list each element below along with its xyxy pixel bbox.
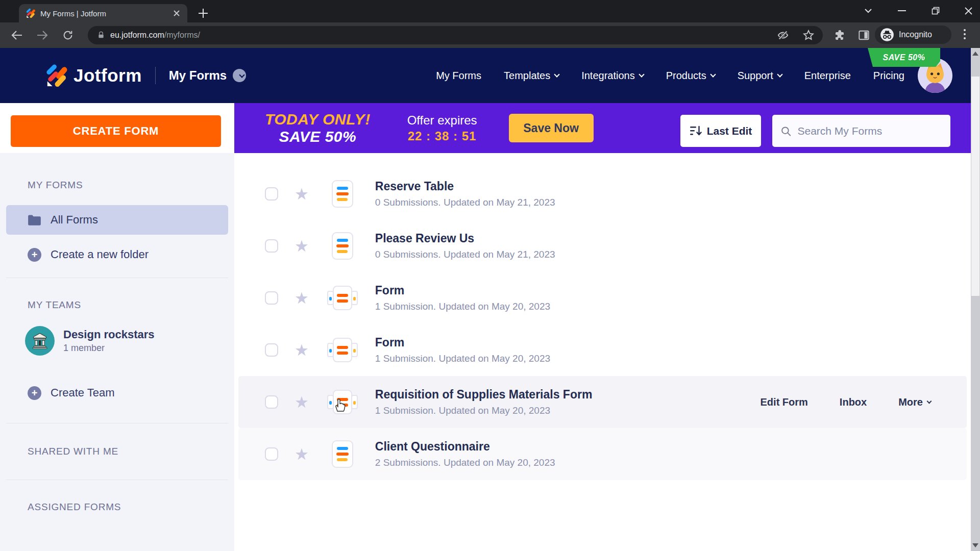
browser-menu-icon[interactable] (961, 28, 969, 42)
team-name: Design rockstars (63, 328, 155, 341)
close-window-button[interactable] (961, 3, 976, 18)
tab-close-icon[interactable] (172, 9, 181, 18)
workspace-switcher[interactable]: My Forms (169, 68, 246, 83)
incognito-badge[interactable]: Incognito (875, 26, 951, 44)
form-title[interactable]: Reserve Table (375, 180, 555, 193)
create-team-button[interactable]: + Create Team (6, 378, 228, 408)
tab-search-icon[interactable] (861, 3, 876, 18)
nav-item-templates[interactable]: Templates (504, 70, 559, 82)
bank-building-icon (31, 333, 48, 349)
favorite-star-icon[interactable]: ★ (295, 290, 309, 306)
form-row[interactable]: ★ Reserve Table 0 Submissions. Updated o… (238, 168, 967, 220)
form-meta: 1 Submission. Updated on May 20, 2023 (375, 353, 550, 364)
navbar-divider (155, 67, 156, 84)
team-item-design-rockstars[interactable]: Design rockstars 1 member (25, 326, 234, 356)
chevron-down-icon (554, 71, 560, 77)
form-meta: 0 Submissions. Updated on May 21, 2023 (375, 197, 555, 208)
all-forms-label: All Forms (51, 213, 98, 227)
form-title[interactable]: Form (375, 336, 550, 349)
minimize-button[interactable] (894, 3, 910, 18)
form-meta: 2 Submissions. Updated on May 20, 2023 (375, 457, 555, 468)
jotform-navbar: Jotform My Forms My Forms Templates Inte… (0, 48, 980, 103)
eye-off-icon[interactable] (777, 30, 789, 43)
team-avatar (25, 326, 55, 356)
create-form-button[interactable]: CREATE FORM (11, 115, 221, 147)
create-folder-button[interactable]: + Create a new folder (6, 240, 228, 269)
form-row[interactable]: ★ Client Questionnaire 2 Submissions. Up… (238, 428, 967, 480)
row-checkbox[interactable] (265, 395, 278, 409)
form-type-icon (327, 232, 358, 260)
more-button[interactable]: More (898, 396, 931, 408)
scroll-down-arrow[interactable] (971, 541, 980, 550)
favorite-star-icon[interactable]: ★ (295, 238, 309, 254)
form-row[interactable]: ★ Requisition of Supplies Materials Form… (238, 376, 967, 428)
edit-form-button[interactable]: Edit Form (761, 396, 808, 408)
form-type-icon (327, 336, 358, 364)
row-checkbox[interactable] (265, 291, 278, 305)
nav-item-my-forms[interactable]: My Forms (436, 70, 481, 82)
scroll-up-arrow[interactable] (971, 49, 980, 58)
back-button[interactable] (8, 27, 26, 44)
favorite-star-icon[interactable]: ★ (295, 342, 309, 358)
jotform-logo-text: Jotform (74, 65, 142, 86)
inbox-button[interactable]: Inbox (840, 396, 867, 408)
nav-item-products[interactable]: Products (666, 70, 715, 82)
sidebar-item-all-forms[interactable]: All Forms (6, 205, 228, 235)
jotform-logo[interactable]: Jotform (43, 64, 142, 88)
form-title[interactable]: Client Questionnaire (375, 440, 555, 454)
reload-button[interactable] (59, 27, 77, 44)
new-tab-button[interactable] (197, 7, 210, 20)
assigned-forms-header: ASSIGNED FORMS (28, 502, 234, 513)
promo-countdown: Offer expires 22 : 38 : 51 (407, 112, 477, 144)
nav-item-integrations[interactable]: Integrations (581, 70, 644, 82)
create-form-container: CREATE FORM (0, 103, 234, 153)
form-row[interactable]: ★ Please Review Us 0 Submissions. Update… (238, 220, 967, 272)
bookmark-star-icon[interactable] (802, 29, 815, 43)
promo-headline: TODAY ONLY! SAVE 50% (265, 111, 371, 146)
chevron-down-icon (639, 71, 644, 77)
shared-with-me-header: SHARED WITH ME (28, 446, 234, 457)
form-type-icon (327, 284, 358, 312)
search-box (772, 115, 950, 147)
form-meta: 1 Submission. Updated on May 20, 2023 (375, 405, 593, 416)
nav-item-enterprise[interactable]: Enterprise (804, 70, 851, 82)
favorite-star-icon[interactable]: ★ (295, 186, 309, 202)
form-row[interactable]: ★ Form 1 Submission. Updated on May 20, … (238, 272, 967, 324)
save-50-ribbon: SAVE 50% (868, 48, 940, 67)
address-bar[interactable]: eu.jotform.com/myforms/ (88, 26, 823, 44)
extensions-puzzle-icon[interactable] (833, 29, 845, 43)
favorite-star-icon[interactable]: ★ (295, 446, 309, 462)
row-checkbox[interactable] (265, 187, 278, 201)
app-window: My Forms | Jotform (0, 0, 980, 551)
nav-item-pricing[interactable]: Pricing (873, 70, 904, 82)
scrollbar[interactable] (971, 48, 980, 551)
navbar-links: My Forms Templates Integrations Products… (436, 70, 904, 82)
form-title[interactable]: Requisition of Supplies Materials Form (375, 388, 593, 402)
chevron-down-icon (777, 71, 782, 77)
jotform-favicon (25, 8, 35, 18)
chevron-down-icon (927, 398, 932, 404)
save-now-button[interactable]: Save Now (509, 114, 594, 142)
form-title[interactable]: Please Review Us (375, 232, 555, 245)
sort-last-edit-button[interactable]: Last Edit (680, 115, 761, 147)
row-checkbox[interactable] (265, 239, 278, 253)
form-list: ★ Reserve Table 0 Submissions. Updated o… (234, 153, 971, 480)
forward-button[interactable] (34, 27, 51, 44)
scrollbar-thumb[interactable] (971, 77, 979, 296)
form-title[interactable]: Form (375, 284, 550, 297)
form-type-icon (327, 440, 358, 468)
search-input[interactable] (797, 125, 942, 137)
promo-banner: TODAY ONLY! SAVE 50% Offer expires 22 : … (234, 103, 980, 153)
browser-toolbar: eu.jotform.com/myforms/ I (0, 22, 980, 48)
nav-item-support[interactable]: Support (738, 70, 782, 82)
folder-icon (28, 214, 41, 226)
url-text: eu.jotform.com/myforms/ (110, 31, 200, 40)
row-checkbox[interactable] (265, 447, 278, 461)
browser-tab[interactable]: My Forms | Jotform (19, 4, 187, 22)
form-row[interactable]: ★ Form 1 Submission. Updated on May 20, … (238, 324, 967, 376)
restore-button[interactable] (928, 3, 943, 18)
row-checkbox[interactable] (265, 343, 278, 357)
favorite-star-icon[interactable]: ★ (295, 394, 309, 410)
side-panel-icon[interactable] (858, 30, 870, 43)
plus-icon: + (28, 386, 41, 400)
